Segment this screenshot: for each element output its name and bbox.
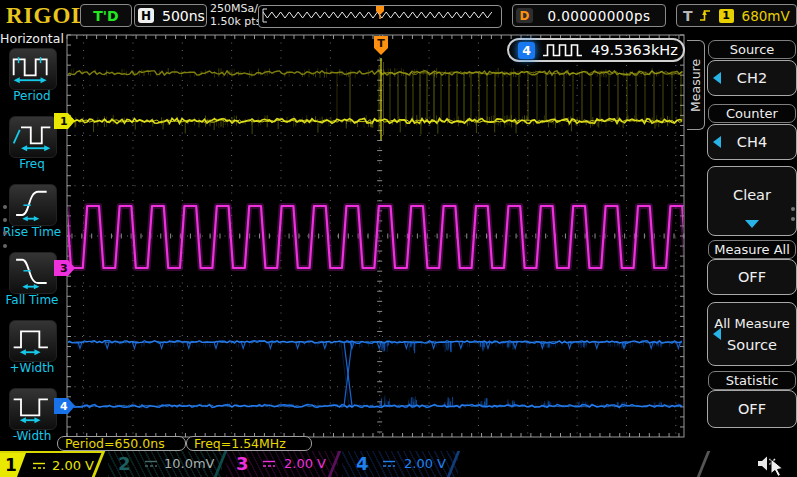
waveform-display: T134 <box>0 0 797 477</box>
period-button[interactable] <box>9 48 57 90</box>
channel3-status[interactable]: 3 2.00 V <box>226 451 338 477</box>
channel4-scale: 2.00 V <box>404 451 446 477</box>
counter-button[interactable]: CH4 <box>707 124 797 160</box>
source-value: CH2 <box>737 70 767 86</box>
waveform-memory-preview[interactable] <box>258 5 502 28</box>
left-triangle-icon <box>713 328 721 340</box>
channel1-position-marker: 1 <box>54 113 75 129</box>
fall-time-icon <box>10 253 54 291</box>
channel-status-bar: 1 2.00 V 2 10.0mV 3 2.00 V <box>0 451 797 477</box>
measure-all-value: OFF <box>738 269 766 285</box>
trigger-delay-box[interactable]: D 0.00000000ps <box>512 4 666 27</box>
mouse-cursor <box>770 458 786 477</box>
channel-divider <box>697 451 711 477</box>
measure-tab-label: Measure <box>688 58 703 111</box>
trigger-level-value: 680mV <box>742 8 790 24</box>
channel4-position-marker: 4 <box>54 398 75 414</box>
horizontal-h-badge: H <box>138 8 154 23</box>
trigger-status-badge: T'D <box>80 4 132 27</box>
menu-page-dot <box>3 218 7 222</box>
period-icon <box>10 49 54 87</box>
minus-width-icon <box>10 389 54 427</box>
channel1-status[interactable]: 1 2.00 V <box>0 451 104 477</box>
rise-time-label: Rise Time <box>0 225 64 239</box>
timebase-value: 500ns <box>162 8 205 24</box>
trigger-source-badge: 1 <box>719 9 734 23</box>
channel1-scale: 2.00 V <box>52 453 94 477</box>
square-wave-icon <box>542 43 584 57</box>
channel3-number-badge: 3 <box>236 451 249 477</box>
left-triangle-icon <box>713 72 721 84</box>
left-triangle-icon <box>713 136 721 148</box>
rising-edge-icon <box>697 7 713 24</box>
measure-menu-tab[interactable]: Measure <box>687 40 705 130</box>
channel4-number-badge: 4 <box>356 451 369 477</box>
down-triangle-icon <box>745 220 759 228</box>
channel3-scale: 2.00 V <box>284 451 326 477</box>
trigger-position-marker: T <box>374 36 388 55</box>
source-label: Source <box>708 40 796 59</box>
minus-width-button[interactable] <box>9 388 57 430</box>
left-menu-title: Horizontal <box>0 31 64 46</box>
plus-width-icon <box>10 321 54 359</box>
source-button[interactable]: CH2 <box>707 60 797 96</box>
all-measure-source-button[interactable]: All Measure Source <box>707 302 797 366</box>
rise-time-icon <box>10 185 54 223</box>
frequency-counter-overlay: 4 49.5363kHz <box>507 38 685 62</box>
svg-text:1: 1 <box>60 115 68 128</box>
dc-coupling-icon <box>262 459 276 469</box>
all-measure-line2: Source <box>727 337 777 353</box>
memory-depth: 1.50k pts <box>210 16 264 29</box>
rigol-logo: RIGOL <box>6 3 88 29</box>
freq-icon <box>10 117 54 155</box>
statistic-button[interactable]: OFF <box>707 390 797 428</box>
channel2-scale: 10.0mV <box>164 451 215 477</box>
minus-width-label: -Width <box>0 429 64 443</box>
svg-text:3: 3 <box>60 262 68 275</box>
rise-time-button[interactable] <box>9 184 57 226</box>
fall-time-label: Fall Time <box>0 293 64 307</box>
acquisition-info: 250MSa/s 1.50k pts <box>210 3 264 28</box>
delay-value: 0.00000000ps <box>533 8 665 24</box>
svg-text:T: T <box>377 37 385 50</box>
dc-coupling-icon <box>32 461 46 471</box>
menu-page-dot <box>791 207 795 211</box>
channel1-number-badge: 1 <box>0 453 26 477</box>
counter-label: Counter <box>708 104 796 123</box>
measure-all-label: Measure All <box>708 240 796 259</box>
plus-width-button[interactable] <box>9 320 57 362</box>
counter-channel-badge: 4 <box>518 42 535 59</box>
fall-time-button[interactable] <box>9 252 57 294</box>
period-label: Period <box>0 89 64 103</box>
menu-page-dot <box>3 244 7 248</box>
sample-rate: 250MSa/s <box>210 3 264 16</box>
trigger-status-text: T'D <box>93 8 118 24</box>
menu-page-dot <box>3 231 7 235</box>
freq-measurement: Freq=1.54MHz <box>186 436 312 451</box>
plus-width-label: +Width <box>0 361 64 375</box>
trigger-info-box[interactable]: T 1 680mV <box>676 4 797 27</box>
trigger-t-label: T <box>683 8 693 24</box>
freq-label: Freq <box>0 157 64 171</box>
dc-coupling-icon <box>144 459 158 469</box>
channel4-status[interactable]: 4 2.00 V <box>342 451 458 477</box>
memory-preview-waveform <box>259 6 499 25</box>
clear-button[interactable]: Clear <box>707 166 797 236</box>
measure-all-button[interactable]: OFF <box>707 259 797 295</box>
channel2-number-badge: 2 <box>118 451 131 477</box>
clear-label: Clear <box>733 187 771 203</box>
delay-d-badge: D <box>516 8 533 23</box>
channel3-position-marker: 3 <box>54 260 75 276</box>
menu-page-dot <box>791 217 795 221</box>
oscilloscope-screen: RIGOL T'D H 500ns 250MSa/s 1.50k pts D 0… <box>0 0 797 477</box>
menu-page-dot <box>3 205 7 209</box>
dc-coupling-icon <box>382 459 396 469</box>
counter-frequency-value: 49.5363kHz <box>591 42 678 58</box>
statistic-label: Statistic <box>708 371 796 390</box>
horizontal-timebase-box[interactable]: H 500ns <box>134 4 207 27</box>
svg-text:4: 4 <box>60 400 68 413</box>
period-measurement: Period=650.0ns <box>57 436 186 451</box>
freq-button[interactable] <box>9 116 57 158</box>
channel2-status[interactable]: 2 10.0mV <box>108 451 222 477</box>
counter-value: CH4 <box>737 134 767 150</box>
